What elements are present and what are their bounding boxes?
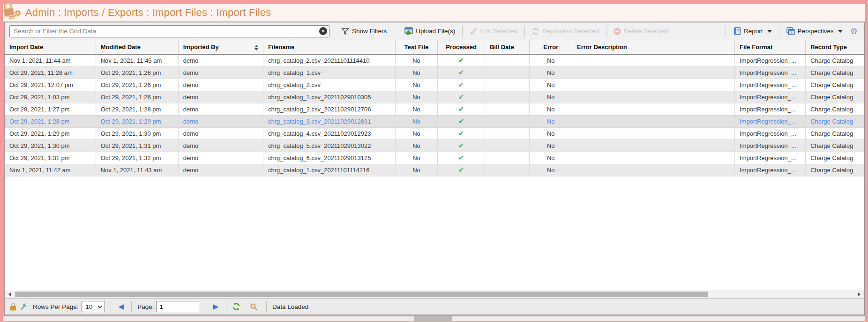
- chevron-down-icon: [97, 304, 102, 308]
- browser-scrollbar-thumb[interactable]: [414, 316, 452, 321]
- cell-file-format: ImportRegression_...: [735, 115, 806, 127]
- column-header-processed[interactable]: Processed: [438, 40, 485, 54]
- column-header-test-file[interactable]: Test File: [395, 40, 438, 54]
- cell-file-format: ImportRegression_...: [735, 164, 806, 176]
- cell-modified-date: Oct 29, 2021, 1:32 pm: [96, 152, 178, 164]
- table-row[interactable]: Oct 29, 2021, 1:28 pmOct 29, 2021, 1:29 …: [5, 115, 864, 127]
- table-row[interactable]: Oct 29, 2021, 11:28 amOct 29, 2021, 1:26…: [5, 66, 864, 79]
- status-message: Data Loaded: [272, 303, 308, 310]
- cell-test-file: No: [395, 152, 438, 164]
- gear-icon[interactable]: ⚙: [850, 26, 858, 37]
- cell-record-type: Charge Catalog: [806, 164, 864, 176]
- edit-selected-label: Edit Selected: [480, 28, 517, 35]
- cell-processed: ✔: [438, 103, 485, 115]
- cell-error-description: [572, 54, 735, 66]
- next-page-icon[interactable]: ▶: [211, 302, 220, 311]
- processed-check-icon: ✔: [458, 105, 464, 113]
- perspectives-dropdown-button[interactable]: Perspectives: [784, 25, 846, 37]
- cell-processed: ✔: [438, 115, 485, 127]
- cell-test-file: No: [395, 127, 438, 139]
- previous-page-icon[interactable]: ◀: [117, 302, 126, 311]
- report-label: Report: [744, 28, 763, 35]
- column-header-label: Test File: [404, 44, 429, 51]
- cell-processed: ✔: [438, 164, 485, 176]
- upload-files-button[interactable]: Upload File(s): [402, 25, 458, 37]
- cell-error-description: [572, 91, 735, 103]
- table-row[interactable]: Nov 1, 2021, 11:42 amNov 1, 2021, 11:43 …: [5, 164, 864, 176]
- table-row[interactable]: Oct 29, 2021, 1:31 pmOct 29, 2021, 1:32 …: [5, 152, 864, 164]
- page-number-input[interactable]: [156, 301, 199, 312]
- cell-error-description: [572, 127, 735, 139]
- cell-error: No: [530, 79, 572, 91]
- sort-indicator-icon[interactable]: [254, 45, 258, 51]
- processed-check-icon: ✔: [458, 129, 464, 137]
- table-row[interactable]: Oct 29, 2021, 1:03 pmOct 29, 2021, 1:26 …: [5, 91, 864, 103]
- cell-record-type: Charge Catalog: [806, 66, 864, 79]
- table-row[interactable]: Oct 29, 2021, 1:30 pmOct 29, 2021, 1:31 …: [5, 139, 864, 152]
- refresh-icon[interactable]: [232, 302, 240, 311]
- footer-divider: [111, 301, 111, 312]
- column-header-imported-by[interactable]: Imported By: [178, 40, 263, 54]
- column-header-bill-date[interactable]: Bill Date: [485, 40, 530, 54]
- cell-bill-date: [485, 66, 530, 79]
- cell-file-format: ImportRegression_...: [735, 79, 806, 91]
- import-files-page: { "window": { "title": "Admin : Imports …: [0, 0, 868, 322]
- scroll-left-arrow-icon[interactable]: [7, 291, 13, 298]
- processed-check-icon: ✔: [458, 56, 464, 64]
- show-filters-button[interactable]: Show Filters: [338, 26, 389, 37]
- report-notebook-icon: [733, 27, 741, 35]
- scroll-right-arrow-icon[interactable]: [856, 291, 862, 298]
- column-header-modified-date[interactable]: Modified Date: [96, 40, 178, 54]
- cell-error-description: [572, 66, 735, 79]
- column-header-filename[interactable]: Filename: [263, 40, 395, 54]
- cell-error: No: [530, 103, 572, 115]
- cell-error-description: [572, 79, 735, 91]
- toolbar-divider: [726, 26, 726, 37]
- reprocess-selected-button[interactable]: Reprocess Selected: [529, 26, 602, 37]
- table-row[interactable]: Oct 29, 2021, 1:29 pmOct 29, 2021, 1:30 …: [5, 127, 864, 139]
- report-dropdown-button[interactable]: Report: [730, 25, 775, 37]
- table-row[interactable]: Oct 29, 2021, 1:27 pmOct 29, 2021, 1:28 …: [5, 103, 864, 115]
- table-row[interactable]: Oct 29, 2021, 12:07 pmOct 29, 2021, 1:26…: [5, 79, 864, 91]
- search-magnifier-icon[interactable]: [250, 303, 258, 311]
- cell-error: No: [530, 66, 572, 79]
- browser-horizontal-scrollbar[interactable]: [3, 316, 865, 321]
- cell-test-file: No: [395, 103, 438, 115]
- filter-funnel-icon: [341, 28, 349, 35]
- table-row[interactable]: Nov 1, 2021, 11:44 amNov 1, 2021, 11:45 …: [5, 54, 864, 66]
- clear-search-icon[interactable]: ✕: [319, 27, 327, 35]
- cell-bill-date: [485, 79, 530, 91]
- cell-modified-date: Nov 1, 2021, 11:45 am: [96, 54, 178, 66]
- horizontal-scrollbar[interactable]: [5, 290, 864, 298]
- cell-record-type: Charge Catalog: [806, 127, 864, 139]
- search-input[interactable]: [9, 25, 329, 37]
- cell-import-date: Nov 1, 2021, 11:42 am: [5, 164, 96, 176]
- horizontal-scrollbar-thumb[interactable]: [15, 292, 708, 297]
- edit-selected-button[interactable]: Edit Selected: [467, 26, 520, 37]
- cell-imported-by: demo: [178, 103, 263, 115]
- cell-record-type: Charge Catalog: [806, 103, 864, 115]
- processed-check-icon: ✔: [458, 166, 464, 174]
- reprocess-selected-label: Reprocess Selected: [542, 28, 599, 35]
- processed-check-icon: ✔: [458, 117, 464, 125]
- wrench-icon[interactable]: [20, 303, 27, 310]
- toolbar-divider: [779, 26, 779, 37]
- processed-check-icon: ✔: [458, 80, 464, 88]
- cell-import-date: Oct 29, 2021, 1:27 pm: [5, 103, 96, 115]
- cell-test-file: No: [395, 91, 438, 103]
- column-header-error[interactable]: Error: [530, 40, 572, 54]
- column-header-file-format[interactable]: File Format: [735, 40, 806, 54]
- toolbar-divider: [606, 26, 606, 37]
- processed-check-icon: ✔: [458, 68, 464, 76]
- column-header-import-date[interactable]: Import Date: [5, 40, 96, 54]
- pagination-bar: Rows Per Page: 10 ◀ Page: ▶ D: [5, 298, 864, 315]
- rows-per-page-select[interactable]: 10: [82, 301, 105, 312]
- delete-selected-button[interactable]: Delete Selected: [611, 26, 671, 37]
- lock-icon[interactable]: [9, 303, 17, 311]
- cell-record-type: Charge Catalog: [806, 79, 864, 91]
- cell-import-date: Oct 29, 2021, 1:29 pm: [5, 127, 96, 139]
- cell-filename: chrg_catalog_2.csv_20211101114410: [263, 54, 395, 66]
- column-header-record-type[interactable]: Record Type: [806, 40, 864, 54]
- footer-divider: [226, 301, 226, 312]
- column-header-error-description[interactable]: Error Description: [572, 40, 735, 54]
